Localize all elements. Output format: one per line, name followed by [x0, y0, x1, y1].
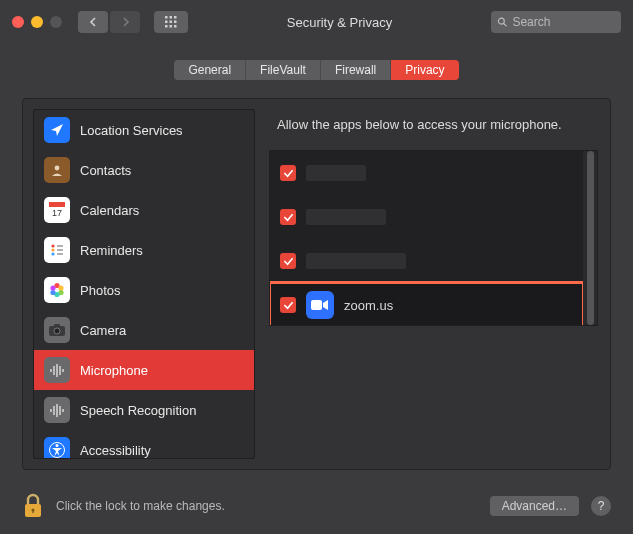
tabs: GeneralFileVaultFirewallPrivacy	[174, 60, 458, 80]
svg-rect-44	[311, 300, 322, 310]
camera-icon	[44, 317, 70, 343]
svg-point-15	[51, 244, 54, 247]
sidebar-item-accessibility[interactable]: Accessibility	[34, 430, 254, 458]
advanced-button[interactable]: Advanced…	[490, 496, 579, 516]
sidebar-item-location[interactable]: Location Services	[34, 110, 254, 150]
svg-point-17	[51, 252, 54, 255]
svg-text:17: 17	[52, 208, 62, 218]
privacy-sidebar-list[interactable]: Location ServicesContacts17CalendarsRemi…	[34, 110, 254, 458]
svg-rect-40	[62, 409, 64, 412]
tab-privacy[interactable]: Privacy	[391, 60, 458, 80]
location-icon	[44, 117, 70, 143]
svg-rect-37	[53, 406, 55, 415]
lock-icon[interactable]	[22, 492, 44, 520]
app-list-scrollbar[interactable]	[583, 151, 597, 325]
window-title: Security & Privacy	[196, 15, 483, 30]
app-checkbox[interactable]	[280, 165, 296, 181]
minimize-window-button[interactable]	[31, 16, 43, 28]
privacy-sidebar: Location ServicesContacts17CalendarsRemi…	[33, 109, 255, 459]
sidebar-item-label: Photos	[80, 283, 120, 298]
chevron-right-icon	[121, 17, 130, 27]
app-list-container: zoom.us	[269, 150, 598, 326]
lock-caption: Click the lock to make changes.	[56, 499, 478, 513]
privacy-detail: Allow the apps below to access your micr…	[255, 99, 610, 469]
search-field[interactable]	[491, 11, 621, 33]
titlebar: Security & Privacy	[0, 0, 633, 44]
svg-rect-0	[165, 16, 168, 19]
detail-caption: Allow the apps below to access your micr…	[277, 117, 598, 132]
camera-icon	[311, 299, 329, 311]
sidebar-item-label: Accessibility	[80, 443, 151, 458]
contacts-icon	[44, 157, 70, 183]
sidebar-item-speech[interactable]: Speech Recognition	[34, 390, 254, 430]
sidebar-item-photos[interactable]: Photos	[34, 270, 254, 310]
close-window-button[interactable]	[12, 16, 24, 28]
microphone-icon	[44, 357, 70, 383]
app-name-redacted	[306, 165, 366, 181]
svg-point-27	[50, 285, 55, 290]
main-panel: Location ServicesContacts17CalendarsRemi…	[22, 98, 611, 470]
sidebar-item-label: Speech Recognition	[80, 403, 196, 418]
footer: Click the lock to make changes. Advanced…	[22, 492, 611, 520]
svg-point-23	[58, 285, 63, 290]
svg-point-16	[51, 248, 54, 251]
app-checkbox[interactable]	[280, 297, 296, 313]
help-button[interactable]: ?	[591, 496, 611, 516]
svg-rect-39	[59, 406, 61, 415]
forward-button	[110, 11, 140, 33]
app-row[interactable]	[270, 195, 583, 239]
accessibility-icon	[44, 437, 70, 458]
scroll-thumb[interactable]	[587, 151, 594, 325]
tab-filevault[interactable]: FileVault	[246, 60, 321, 80]
app-checkbox[interactable]	[280, 253, 296, 269]
svg-rect-33	[56, 364, 58, 377]
app-checkbox[interactable]	[280, 209, 296, 225]
svg-rect-36	[50, 409, 52, 412]
svg-rect-35	[62, 369, 64, 372]
search-input[interactable]	[512, 15, 615, 29]
sidebar-item-camera[interactable]: Camera	[34, 310, 254, 350]
tab-firewall[interactable]: Firewall	[321, 60, 391, 80]
svg-point-11	[55, 166, 60, 171]
svg-point-26	[50, 290, 55, 295]
back-button[interactable]	[78, 11, 108, 33]
sidebar-item-calendars[interactable]: 17Calendars	[34, 190, 254, 230]
svg-rect-4	[170, 21, 173, 24]
app-name-redacted	[306, 209, 386, 225]
sidebar-item-label: Contacts	[80, 163, 131, 178]
sidebar-item-contacts[interactable]: Contacts	[34, 150, 254, 190]
app-row[interactable]	[270, 239, 583, 283]
svg-rect-7	[170, 25, 173, 28]
check-icon	[283, 168, 294, 179]
sidebar-item-microphone[interactable]: Microphone	[34, 350, 254, 390]
sidebar-item-reminders[interactable]: Reminders	[34, 230, 254, 270]
check-icon	[283, 300, 294, 311]
check-icon	[283, 212, 294, 223]
app-row[interactable]	[270, 151, 583, 195]
sidebar-item-label: Camera	[80, 323, 126, 338]
sidebar-item-label: Microphone	[80, 363, 148, 378]
tab-general[interactable]: General	[174, 60, 246, 80]
svg-rect-5	[174, 21, 177, 24]
chevron-left-icon	[89, 17, 98, 27]
microphone-icon	[44, 397, 70, 423]
svg-rect-3	[165, 21, 168, 24]
svg-rect-1	[170, 16, 173, 19]
tabs-row: GeneralFileVaultFirewallPrivacy	[0, 44, 633, 88]
app-row[interactable]: zoom.us	[270, 283, 583, 325]
show-all-button[interactable]	[154, 11, 188, 33]
svg-rect-12	[49, 202, 65, 207]
app-list[interactable]: zoom.us	[270, 151, 583, 325]
nav-buttons	[78, 11, 140, 33]
sidebar-item-label: Calendars	[80, 203, 139, 218]
zoom-app-icon	[306, 291, 334, 319]
svg-line-10	[504, 24, 507, 27]
svg-rect-34	[59, 366, 61, 375]
svg-rect-31	[50, 369, 52, 372]
check-icon	[283, 256, 294, 267]
svg-rect-38	[56, 404, 58, 417]
window-controls	[12, 16, 62, 28]
search-icon	[497, 16, 507, 28]
svg-rect-47	[32, 510, 33, 513]
svg-rect-6	[165, 25, 168, 28]
